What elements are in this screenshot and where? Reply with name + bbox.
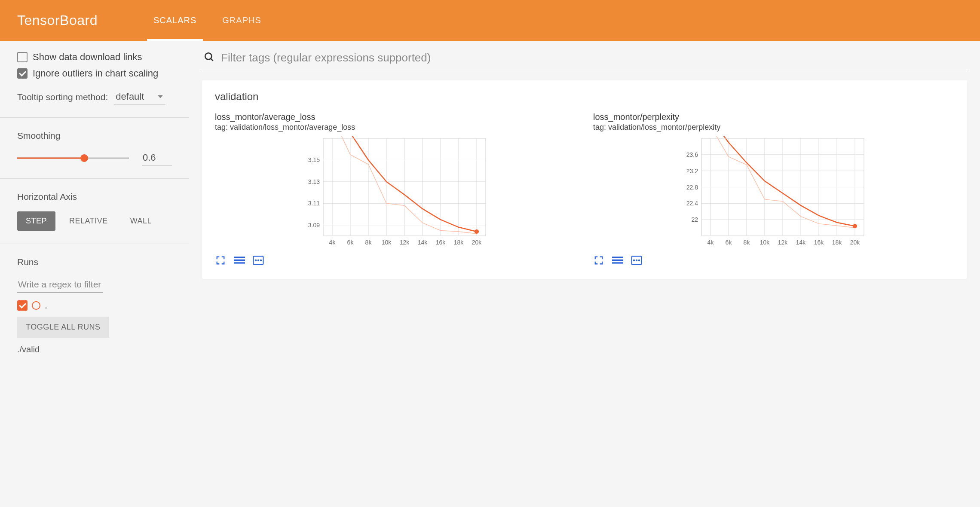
slider-thumb[interactable] — [80, 154, 88, 162]
svg-text:10k: 10k — [382, 239, 392, 246]
svg-rect-69 — [612, 257, 623, 258]
filter-row — [202, 49, 967, 69]
tab-graphs[interactable]: GRAPHS — [209, 0, 274, 41]
search-icon — [204, 52, 215, 64]
expand-icon[interactable] — [593, 255, 604, 266]
brand-title: TensorBoard — [17, 12, 98, 28]
show-download-links-label: Show data download links — [33, 52, 142, 63]
svg-point-37 — [260, 260, 261, 261]
content: validation loss_montor/average_loss tag:… — [189, 41, 980, 365]
svg-text:23.6: 23.6 — [686, 151, 698, 158]
svg-text:3.11: 3.11 — [308, 200, 320, 207]
svg-text:18k: 18k — [454, 239, 464, 246]
chart-title: loss_montor/average_loss — [215, 112, 576, 122]
chart-tools — [593, 255, 954, 266]
svg-point-73 — [634, 260, 634, 261]
svg-text:22: 22 — [691, 216, 698, 223]
run-name-text: ./valid — [17, 345, 172, 354]
smoothing-label: Smoothing — [17, 131, 172, 141]
svg-text:12k: 12k — [778, 239, 788, 246]
tooltip-sort-row: Tooltip sorting method: default — [17, 89, 172, 104]
svg-text:23.2: 23.2 — [686, 168, 698, 174]
smoothing-value-input[interactable] — [142, 150, 172, 165]
divider — [0, 178, 189, 179]
chart-tag: tag: validation/loss_montor/average_loss — [215, 123, 576, 132]
svg-rect-32 — [234, 260, 245, 261]
divider — [0, 117, 189, 118]
svg-text:16k: 16k — [436, 239, 446, 246]
svg-rect-33 — [234, 262, 245, 263]
svg-point-29 — [475, 229, 479, 234]
svg-text:16k: 16k — [814, 239, 824, 246]
svg-point-75 — [639, 260, 640, 261]
svg-line-1 — [211, 58, 213, 61]
log-scale-icon[interactable] — [234, 255, 245, 266]
svg-text:4k: 4k — [707, 239, 714, 246]
ignore-outliers-row: Ignore outliers in chart scaling — [17, 68, 172, 79]
svg-rect-71 — [612, 262, 623, 263]
tooltip-sort-select[interactable]: default — [114, 89, 165, 104]
chart-svg: 2222.422.823.223.64k6k8k10k12k14k16k18k2… — [593, 136, 954, 248]
divider — [0, 244, 189, 244]
svg-text:12k: 12k — [400, 239, 410, 246]
ignore-outliers-checkbox[interactable] — [17, 68, 28, 79]
show-download-links-checkbox[interactable] — [17, 52, 28, 62]
toggle-all-runs-button[interactable]: TOGGLE ALL RUNS — [17, 317, 109, 338]
header: TensorBoard SCALARS GRAPHS — [0, 0, 980, 41]
run-color-swatch-icon — [32, 301, 40, 310]
svg-text:8k: 8k — [744, 239, 750, 246]
log-scale-icon[interactable] — [612, 255, 623, 266]
panel-title: validation — [215, 91, 954, 103]
fit-domain-icon[interactable] — [631, 255, 642, 266]
horizontal-axis-buttons: STEP RELATIVE WALL — [17, 211, 172, 231]
svg-point-74 — [636, 260, 637, 261]
chart-tag: tag: validation/loss_montor/perplexity — [593, 123, 954, 132]
smoothing-row — [17, 150, 172, 165]
chart-tools — [215, 255, 576, 266]
svg-text:22.8: 22.8 — [686, 184, 698, 191]
svg-point-35 — [255, 260, 256, 261]
main: Show data download links Ignore outliers… — [0, 41, 980, 365]
show-download-links-row: Show data download links — [17, 52, 172, 63]
svg-text:3.09: 3.09 — [308, 222, 320, 229]
chevron-down-icon — [158, 95, 163, 98]
run-checkbox[interactable] — [17, 300, 28, 311]
horizontal-axis-label: Horizontal Axis — [17, 192, 172, 202]
sidebar: Show data download links Ignore outliers… — [0, 41, 189, 365]
svg-point-0 — [205, 53, 211, 59]
axis-relative-button[interactable]: RELATIVE — [61, 211, 116, 231]
tab-scalars[interactable]: SCALARS — [141, 0, 209, 41]
svg-point-67 — [853, 224, 857, 228]
svg-text:20k: 20k — [850, 239, 861, 246]
svg-point-36 — [258, 260, 259, 261]
header-tabs: SCALARS GRAPHS — [141, 0, 274, 41]
smoothing-slider[interactable] — [17, 154, 129, 162]
charts-row: loss_montor/average_loss tag: validation… — [215, 112, 954, 266]
chart-average-loss: loss_montor/average_loss tag: validation… — [215, 112, 576, 266]
chart-title: loss_montor/perplexity — [593, 112, 954, 122]
svg-text:22.4: 22.4 — [686, 200, 698, 207]
svg-text:4k: 4k — [329, 239, 336, 246]
svg-text:6k: 6k — [726, 239, 732, 246]
expand-icon[interactable] — [215, 255, 226, 266]
axis-step-button[interactable]: STEP — [17, 211, 55, 231]
fit-domain-icon[interactable] — [253, 255, 264, 266]
svg-text:6k: 6k — [347, 239, 354, 246]
chart-svg: 3.093.113.133.154k6k8k10k12k14k16k18k20k — [215, 136, 576, 248]
svg-text:3.15: 3.15 — [308, 156, 320, 163]
run-row: . — [17, 300, 172, 311]
run-symbol: . — [45, 301, 47, 310]
slider-track-filled — [17, 157, 84, 159]
runs-label: Runs — [17, 257, 172, 267]
tag-filter-input[interactable] — [221, 51, 965, 64]
svg-text:20k: 20k — [472, 239, 482, 246]
chart-perplexity: loss_montor/perplexity tag: validation/l… — [593, 112, 954, 266]
svg-text:3.13: 3.13 — [308, 178, 320, 185]
svg-text:18k: 18k — [832, 239, 842, 246]
svg-text:8k: 8k — [365, 239, 372, 246]
ignore-outliers-label: Ignore outliers in chart scaling — [33, 68, 158, 79]
runs-filter-input[interactable] — [17, 277, 103, 293]
panel-validation: validation loss_montor/average_loss tag:… — [202, 80, 967, 279]
tooltip-sort-label: Tooltip sorting method: — [17, 92, 108, 102]
axis-wall-button[interactable]: WALL — [122, 211, 160, 231]
